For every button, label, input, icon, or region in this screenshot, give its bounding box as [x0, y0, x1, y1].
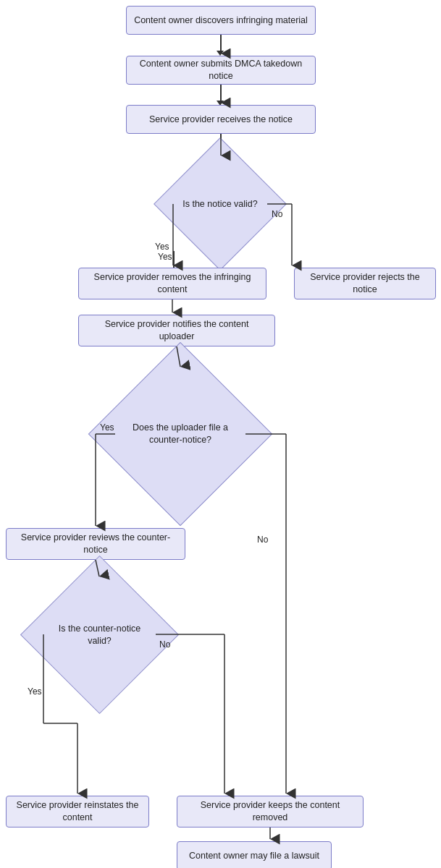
box-discover: Content owner discovers infringing mater… [126, 6, 316, 35]
box-submit: Content owner submits DMCA takedown noti… [126, 56, 316, 85]
arrowhead-1 [217, 51, 224, 56]
box-receives: Service provider receives the notice [126, 105, 316, 134]
flowchart: Content owner discovers infringing mater… [0, 0, 441, 868]
diamond-counter-valid: Is the counter-notice valid? [43, 579, 156, 691]
box-rejects: Service provider rejects the notice [294, 268, 436, 299]
label-yes-1: Yes [158, 252, 172, 262]
box-removes: Service provider removes the infringing … [78, 268, 266, 299]
diamond-counter: Does the uploader file a counter-notice? [115, 369, 245, 499]
diamond-valid: Is the notice valid? [173, 157, 267, 251]
box-keeps: Service provider keeps the content remov… [177, 796, 364, 827]
box-reinstates: Service provider reinstates the content [6, 796, 149, 827]
box-notifies: Service provider notifies the content up… [78, 315, 275, 346]
box-lawsuit: Content owner may file a lawsuit [177, 841, 332, 868]
svg-text:Yes: Yes [155, 242, 169, 252]
svg-text:Yes: Yes [28, 686, 42, 697]
box-reviews: Service provider reviews the counter-not… [6, 528, 185, 560]
svg-text:No: No [257, 535, 269, 545]
